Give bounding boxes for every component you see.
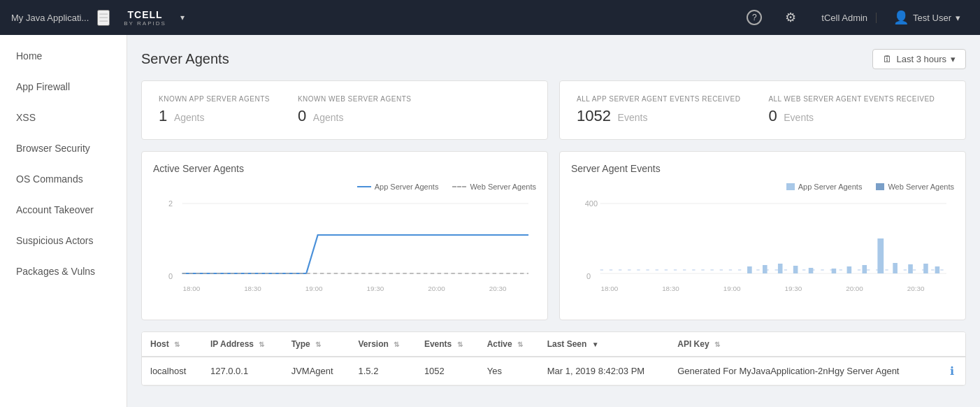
known-web-agents-unit: Agents — [313, 112, 344, 123]
legend-app-agents: App Server Agents — [357, 183, 439, 191]
active-agents-legend: App Server Agents Web Server Agents — [153, 183, 536, 191]
svg-rect-27 — [832, 269, 837, 273]
sidebar-item-suspicious-actors[interactable]: Suspicious Actors — [0, 225, 127, 256]
help-button[interactable]: ? — [740, 3, 768, 31]
sort-icon-type: ⇅ — [315, 341, 321, 348]
web-events-value: 0 — [768, 107, 777, 124]
calendar-icon: 🗓 — [883, 54, 892, 64]
hamburger-menu[interactable]: ☰ — [97, 10, 110, 26]
col-api-key[interactable]: API Key ⇅ — [669, 332, 941, 357]
col-actions — [942, 332, 965, 357]
agent-events-chart-title: Server Agent Events — [571, 163, 954, 174]
svg-rect-22 — [747, 266, 752, 273]
web-events-unit: Events — [784, 112, 814, 123]
sort-icon-active: ⇅ — [517, 341, 523, 348]
agent-events-chart-area: 400 0 18:00 18:30 19:00 19:30 20:00 20:3… — [571, 197, 954, 308]
svg-rect-25 — [793, 266, 798, 273]
svg-rect-29 — [862, 265, 867, 273]
svg-text:0: 0 — [168, 273, 173, 280]
col-version[interactable]: Version ⇅ — [350, 332, 416, 357]
legend-app-label: App Server Agents — [375, 183, 439, 191]
known-app-agents-value: 1 — [159, 107, 167, 124]
main-content: Server Agents 🗓 Last 3 hours ▾ KNOWN APP… — [127, 35, 980, 407]
stats-row: KNOWN APP SERVER AGENTS 1 Agents KNOWN W… — [141, 80, 966, 140]
gear-icon: ⚙ — [785, 10, 796, 25]
agent-events-svg: 400 0 18:00 18:30 19:00 19:30 20:00 20:3… — [571, 197, 954, 294]
web-agents-line-icon — [452, 186, 466, 187]
web-events-bar-icon — [876, 183, 884, 190]
user-label: Test User — [913, 13, 951, 23]
sidebar-item-browser-security[interactable]: Browser Security — [0, 133, 127, 164]
svg-text:2: 2 — [168, 200, 173, 207]
svg-text:19:30: 19:30 — [784, 285, 802, 292]
user-avatar-icon: 👤 — [893, 10, 909, 25]
cell-info[interactable]: ℹ — [942, 357, 965, 385]
col-events[interactable]: Events ⇅ — [416, 332, 479, 357]
legend-web-events: Web Server Agents — [876, 183, 954, 191]
svg-rect-26 — [809, 268, 814, 273]
info-icon[interactable]: ℹ — [950, 365, 954, 377]
sidebar-item-packages-vulns[interactable]: Packages & Vulns — [0, 256, 127, 287]
admin-label: tCell Admin — [813, 13, 877, 23]
svg-text:20:00: 20:00 — [846, 285, 863, 292]
legend-web-agents: Web Server Agents — [452, 183, 536, 191]
agent-events-chart-card: Server Agent Events App Server Agents We… — [559, 151, 966, 320]
col-type[interactable]: Type ⇅ — [283, 332, 350, 357]
sidebar-item-account-takeover[interactable]: Account Takeover — [0, 194, 127, 225]
sort-icon-events: ⇅ — [457, 341, 463, 348]
settings-button[interactable]: ⚙ — [777, 3, 805, 31]
known-web-agents-stat: KNOWN WEB SERVER AGENTS 0 Agents — [298, 95, 411, 125]
cell-events: 1052 — [416, 357, 479, 385]
svg-text:20:30: 20:30 — [907, 285, 925, 292]
sort-icon-last-seen: ▼ — [592, 341, 599, 348]
svg-rect-32 — [908, 264, 913, 273]
user-dropdown-icon: ▾ — [956, 13, 960, 23]
time-range-button[interactable]: 🗓 Last 3 hours ▾ — [872, 49, 966, 69]
svg-text:0: 0 — [586, 273, 591, 280]
col-host[interactable]: Host ⇅ — [142, 332, 202, 357]
app-events-bar-icon — [786, 183, 795, 190]
svg-rect-24 — [778, 264, 783, 273]
legend-app-events: App Server Agents — [786, 183, 863, 191]
svg-text:18:30: 18:30 — [662, 285, 679, 292]
web-events-stat: ALL WEB SERVER AGENT EVENTS RECEIVED 0 E… — [768, 95, 935, 125]
sidebar-item-home[interactable]: Home — [0, 41, 127, 71]
app-dropdown-button[interactable]: ▾ — [180, 13, 185, 22]
sidebar-item-app-firewall[interactable]: App Firewall — [0, 71, 127, 102]
app-events-value: 1052 — [577, 107, 611, 124]
sort-icon-api-key: ⇅ — [714, 341, 720, 348]
top-navigation: My Java Applicati... ☰ TCELL BY RAPIDS ▾… — [0, 0, 980, 35]
active-agents-chart-title: Active Server Agents — [153, 163, 536, 174]
svg-text:20:30: 20:30 — [489, 285, 507, 292]
col-active[interactable]: Active ⇅ — [479, 332, 539, 357]
app-events-stat: ALL APP SERVER AGENT EVENTS RECEIVED 105… — [577, 95, 740, 125]
table-row: localhost 127.0.0.1 JVMAgent 1.5.2 1052 … — [142, 357, 965, 385]
app-agents-line-icon — [357, 186, 371, 187]
svg-text:18:30: 18:30 — [244, 285, 261, 292]
page-title: Server Agents — [141, 51, 229, 67]
known-app-agents-label: KNOWN APP SERVER AGENTS — [159, 95, 270, 103]
cell-api-key: Generated For MyJavaApplication-2nHgy Se… — [669, 357, 941, 385]
col-last-seen[interactable]: Last Seen ▼ — [539, 332, 670, 357]
sidebar-item-xss[interactable]: XSS — [0, 102, 127, 133]
time-range-dropdown-icon: ▾ — [951, 54, 956, 64]
time-range-label: Last 3 hours — [896, 54, 946, 64]
user-menu[interactable]: 👤 Test User ▾ — [885, 10, 969, 25]
svg-rect-34 — [935, 266, 940, 273]
col-ip-address[interactable]: IP Address ⇅ — [202, 332, 283, 357]
known-app-agents-stat: KNOWN APP SERVER AGENTS 1 Agents — [159, 95, 270, 125]
svg-text:400: 400 — [585, 200, 598, 207]
sort-icon-ip: ⇅ — [259, 341, 264, 348]
sort-icon-version: ⇅ — [394, 341, 399, 348]
sidebar-item-os-commands[interactable]: OS Commands — [0, 164, 127, 194]
events-stats-card: ALL APP SERVER AGENT EVENTS RECEIVED 105… — [559, 80, 966, 140]
web-events-label: ALL WEB SERVER AGENT EVENTS RECEIVED — [768, 95, 935, 103]
svg-rect-31 — [893, 263, 898, 273]
sort-icon-host: ⇅ — [174, 341, 180, 348]
app-name: My Java Applicati... — [11, 13, 89, 23]
app-server-stats-card: KNOWN APP SERVER AGENTS 1 Agents KNOWN W… — [141, 80, 548, 140]
tcell-logo: TCELL BY RAPIDS — [124, 9, 166, 27]
known-web-agents-value: 0 — [298, 107, 306, 124]
svg-rect-30 — [877, 238, 884, 273]
svg-rect-28 — [847, 266, 852, 273]
